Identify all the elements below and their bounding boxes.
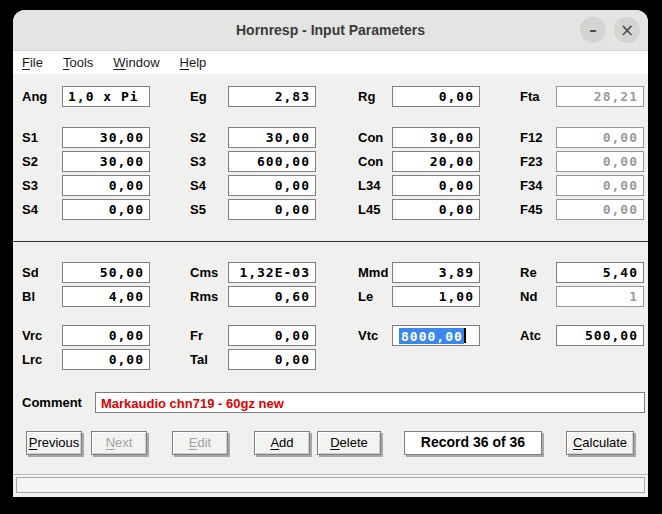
field-l34[interactable]: 0,00 xyxy=(392,175,480,196)
field-s4-col1[interactable]: 0,00 xyxy=(62,199,150,220)
minimize-icon: – xyxy=(589,21,597,39)
param-row: S30,00 S40,00 L340,00 F340,00 xyxy=(13,175,648,196)
comment-label: Comment xyxy=(22,395,82,410)
label-f23: F23 xyxy=(520,154,556,169)
label-s3-col1: S3 xyxy=(22,178,62,193)
field-f45: 0,00 xyxy=(556,199,644,220)
field-l45[interactable]: 0,00 xyxy=(392,199,480,220)
field-fta: 28,21 xyxy=(556,86,644,107)
param-row: Bl4,00 Rms0,60 Le1,00 Nd1 xyxy=(13,286,648,307)
field-f23: 0,00 xyxy=(556,151,644,172)
label-eg: Eg xyxy=(190,89,228,104)
field-rg[interactable]: 0,00 xyxy=(392,86,480,107)
field-bl[interactable]: 4,00 xyxy=(62,286,150,307)
field-s5[interactable]: 0,00 xyxy=(228,199,316,220)
label-s5: S5 xyxy=(190,202,228,217)
window-title: Hornresp - Input Parameters xyxy=(236,22,425,38)
label-cms: Cms xyxy=(190,265,228,280)
field-con-12[interactable]: 30,00 xyxy=(392,127,480,148)
field-s3-col1[interactable]: 0,00 xyxy=(62,175,150,196)
label-sd: Sd xyxy=(22,265,62,280)
label-l45: L45 xyxy=(358,202,392,217)
param-row: Sd50,00 Cms1,32E-03 Mmd3,89 Re5,40 xyxy=(13,262,648,283)
field-f12: 0,00 xyxy=(556,127,644,148)
param-row: S40,00 S50,00 L450,00 F450,00 xyxy=(13,199,648,220)
field-tal[interactable]: 0,00 xyxy=(228,349,316,370)
field-s4-col2[interactable]: 0,00 xyxy=(228,175,316,196)
text-caret xyxy=(464,328,466,343)
label-bl: Bl xyxy=(22,289,62,304)
label-ang: Ang xyxy=(22,89,62,104)
label-re: Re xyxy=(520,265,556,280)
edit-button: Edit xyxy=(172,431,228,455)
label-rg: Rg xyxy=(358,89,392,104)
status-bar xyxy=(16,477,645,493)
label-tal: Tal xyxy=(190,352,228,367)
comment-field[interactable]: Markaudio chn719 - 60gz new xyxy=(95,392,645,413)
field-f34: 0,00 xyxy=(556,175,644,196)
label-s4-col1: S4 xyxy=(22,202,62,217)
label-mmd: Mmd xyxy=(358,265,392,280)
param-row: Ang1,0 x Pi Eg2,83 Rg0,00 Fta28,21 xyxy=(13,86,648,107)
field-fr[interactable]: 0,00 xyxy=(228,325,316,346)
label-s2-col1: S2 xyxy=(22,154,62,169)
field-s2-col2[interactable]: 30,00 xyxy=(228,127,316,148)
menu-file[interactable]: File xyxy=(20,54,45,71)
label-con-23: Con xyxy=(358,154,392,169)
menu-tools[interactable]: Tools xyxy=(61,54,95,71)
previous-button[interactable]: Previous xyxy=(26,431,82,455)
status-divider xyxy=(13,474,648,476)
param-row: Vrc0,00 Fr0,00 Vtc8000,00 Atc500,00 xyxy=(13,325,648,346)
label-s3-col2: S3 xyxy=(190,154,228,169)
field-eg[interactable]: 2,83 xyxy=(228,86,316,107)
close-icon: × xyxy=(620,20,634,40)
comment-row: Comment Markaudio chn719 - 60gz new xyxy=(13,392,648,413)
field-s1[interactable]: 30,00 xyxy=(62,127,150,148)
param-row: S230,00 S3600,00 Con20,00 F230,00 xyxy=(13,151,648,172)
field-cms[interactable]: 1,32E-03 xyxy=(228,262,316,283)
menu-window[interactable]: Window xyxy=(111,54,161,71)
field-s2-col1[interactable]: 30,00 xyxy=(62,151,150,172)
label-nd: Nd xyxy=(520,289,556,304)
close-button[interactable]: × xyxy=(614,17,640,43)
field-rms[interactable]: 0,60 xyxy=(228,286,316,307)
label-con-12: Con xyxy=(358,130,392,145)
minimize-button[interactable]: – xyxy=(580,17,606,43)
label-f45: F45 xyxy=(520,202,556,217)
next-button: Next xyxy=(91,431,147,455)
section-divider xyxy=(13,241,648,242)
label-f12: F12 xyxy=(520,130,556,145)
label-le: Le xyxy=(358,289,392,304)
calculate-button[interactable]: Calculate xyxy=(566,431,634,455)
field-vtc[interactable]: 8000,00 xyxy=(392,325,480,346)
label-fta: Fta xyxy=(520,89,556,104)
param-row: S130,00 S230,00 Con30,00 F120,00 xyxy=(13,127,648,148)
label-f34: F34 xyxy=(520,178,556,193)
label-s1: S1 xyxy=(22,130,62,145)
vtc-selected-text: 8000,00 xyxy=(399,328,464,344)
label-l34: L34 xyxy=(358,178,392,193)
hornresp-window: Hornresp - Input Parameters – × File Too… xyxy=(13,10,648,497)
menu-help[interactable]: Help xyxy=(178,54,209,71)
add-button[interactable]: Add xyxy=(254,431,310,455)
field-mmd[interactable]: 3,89 xyxy=(392,262,480,283)
label-vrc: Vrc xyxy=(22,328,62,343)
field-vrc[interactable]: 0,00 xyxy=(62,325,150,346)
menu-bar: File Tools Window Help xyxy=(13,51,648,74)
field-le[interactable]: 1,00 xyxy=(392,286,480,307)
button-row: Previous Next Edit Add Delete Record 36 … xyxy=(13,431,648,457)
field-atc[interactable]: 500,00 xyxy=(556,325,644,346)
label-atc: Atc xyxy=(520,328,556,343)
field-s3-col2[interactable]: 600,00 xyxy=(228,151,316,172)
label-s4-col2: S4 xyxy=(190,178,228,193)
field-sd[interactable]: 50,00 xyxy=(62,262,150,283)
label-vtc: Vtc xyxy=(358,328,392,343)
field-re[interactable]: 5,40 xyxy=(556,262,644,283)
field-ang[interactable]: 1,0 x Pi xyxy=(62,86,150,107)
field-lrc[interactable]: 0,00 xyxy=(62,349,150,370)
delete-button[interactable]: Delete xyxy=(317,431,381,455)
label-lrc: Lrc xyxy=(22,352,62,367)
field-con-23[interactable]: 20,00 xyxy=(392,151,480,172)
field-nd: 1 xyxy=(556,286,644,307)
title-bar: Hornresp - Input Parameters – × xyxy=(13,10,648,51)
